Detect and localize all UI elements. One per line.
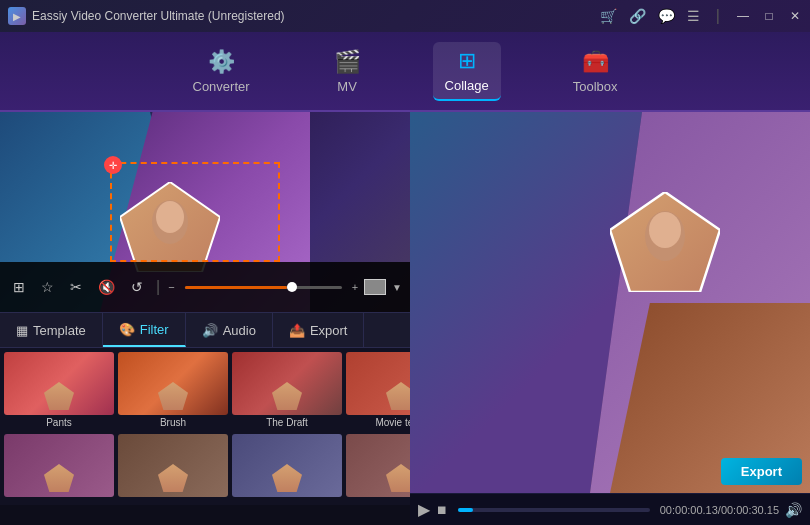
progress-track[interactable]: [458, 508, 650, 512]
svg-point-8: [649, 212, 681, 248]
collage-icon: ⊞: [458, 48, 476, 74]
toolbox-icon: 🧰: [582, 49, 609, 75]
link-icon[interactable]: 🔗: [629, 8, 646, 24]
tool-star[interactable]: ☆: [36, 276, 59, 298]
play-button[interactable]: ▶: [418, 500, 430, 519]
nav-converter-label: Converter: [193, 79, 250, 94]
dropdown-button[interactable]: ▼: [392, 282, 402, 293]
nav-bar: ⚙️ Converter 🎬 MV ⊞ Collage 🧰 Toolbox: [0, 32, 810, 112]
right-preview: Export: [410, 112, 810, 493]
filter-label-pants: Pants: [46, 417, 72, 428]
thumb-portrait: [272, 382, 302, 410]
filter-item-draft[interactable]: The Draft: [232, 352, 342, 430]
export-tab-icon: 📤: [289, 323, 305, 338]
progress-fill: [458, 508, 473, 512]
thumb-portrait: [44, 382, 74, 410]
slider-track: [185, 286, 342, 289]
right-portrait-pentagon: [610, 192, 720, 292]
close-button[interactable]: ✕: [788, 9, 802, 23]
bottom-tabs: ▦ Template 🎨 Filter 🔊 Audio 📤 Export: [0, 312, 410, 348]
filter-item-movieteller[interactable]: Movie teller: [346, 352, 410, 430]
volume-slider[interactable]: [185, 286, 342, 289]
chat-icon[interactable]: 💬: [658, 8, 675, 24]
filter-row-1: Pants Brush The Draft: [4, 352, 406, 430]
tool-mute[interactable]: 🔇: [93, 276, 120, 298]
filter-thumb-movieteller[interactable]: [346, 352, 410, 415]
color-swatch[interactable]: [364, 279, 386, 295]
tab-template-label: Template: [33, 323, 86, 338]
filter-label-brush: Brush: [160, 417, 186, 428]
filter-grid: Pants Brush The Draft: [0, 348, 410, 505]
tab-audio[interactable]: 🔊 Audio: [186, 313, 273, 347]
filter-thumb-r2b[interactable]: [118, 434, 228, 497]
filter-thumb-draft[interactable]: [232, 352, 342, 415]
title-controls: 🛒 🔗 💬 ☰ | — □ ✕: [600, 7, 802, 25]
filter-tab-icon: 🎨: [119, 322, 135, 337]
filter-row-2: [4, 434, 406, 497]
mv-icon: 🎬: [334, 49, 361, 75]
audio-tab-icon: 🔊: [202, 323, 218, 338]
export-button[interactable]: Export: [721, 458, 802, 485]
app-title: Eassiy Video Converter Ultimate (Unregis…: [32, 9, 285, 23]
filter-thumb-r2d[interactable]: [346, 434, 410, 497]
filter-thumb-brush[interactable]: [118, 352, 228, 415]
thumb-portrait: [158, 382, 188, 410]
tool-scissors[interactable]: ✂: [65, 276, 87, 298]
selection-box: ✛: [110, 162, 280, 262]
video-preview: ✛ ⊞ ☆ ✂ 🔇 ↺ | − + ▼: [0, 112, 410, 312]
tab-template[interactable]: ▦ Template: [0, 313, 103, 347]
thumb-portrait: [44, 464, 74, 492]
vol-minus[interactable]: −: [168, 281, 174, 293]
tab-audio-label: Audio: [223, 323, 256, 338]
menu-icon[interactable]: ☰: [687, 8, 700, 24]
separator: |: [156, 278, 160, 296]
filter-thumb-pants[interactable]: [4, 352, 114, 415]
tab-filter[interactable]: 🎨 Filter: [103, 313, 186, 347]
selection-handle[interactable]: ✛: [104, 156, 122, 174]
minimize-button[interactable]: —: [736, 9, 750, 23]
nav-toolbox-label: Toolbox: [573, 79, 618, 94]
tool-undo[interactable]: ↺: [126, 276, 148, 298]
app-icon: ▶: [8, 7, 26, 25]
tab-export[interactable]: 📤 Export: [273, 313, 365, 347]
cart-icon[interactable]: 🛒: [600, 8, 617, 24]
nav-collage[interactable]: ⊞ Collage: [433, 42, 501, 101]
slider-fill: [185, 286, 287, 289]
filter-item-r2b[interactable]: [118, 434, 228, 497]
filter-label-draft: The Draft: [266, 417, 308, 428]
time-display: 00:00:00.13/00:00:30.15: [660, 504, 779, 516]
template-tab-icon: ▦: [16, 323, 28, 338]
thumb-portrait: [272, 464, 302, 492]
maximize-button[interactable]: □: [762, 9, 776, 23]
filter-item-brush[interactable]: Brush: [118, 352, 228, 430]
right-panel: Export ▶ ⏹ 00:00:00.13/00:00:30.15 🔊: [410, 112, 810, 525]
converter-icon: ⚙️: [208, 49, 235, 75]
filter-item-r2c[interactable]: [232, 434, 342, 497]
slider-thumb: [287, 282, 297, 292]
filter-thumb-r2c[interactable]: [232, 434, 342, 497]
title-bar: ▶ Eassiy Video Converter Ultimate (Unreg…: [0, 0, 810, 32]
filter-item-r2a[interactable]: [4, 434, 114, 497]
stop-button[interactable]: ⏹: [436, 503, 448, 517]
filter-item-r2d[interactable]: [346, 434, 410, 497]
title-left: ▶ Eassiy Video Converter Ultimate (Unreg…: [8, 7, 285, 25]
nav-collage-label: Collage: [445, 78, 489, 93]
nav-converter[interactable]: ⚙️ Converter: [181, 43, 262, 100]
left-panel: ✛ ⊞ ☆ ✂ 🔇 ↺ | − + ▼: [0, 112, 410, 525]
volume-button[interactable]: 🔊: [785, 502, 802, 518]
filter-item-pants[interactable]: Pants: [4, 352, 114, 430]
thumb-portrait: [386, 464, 410, 492]
thumb-portrait: [386, 382, 410, 410]
filter-thumb-r2a[interactable]: [4, 434, 114, 497]
filter-label-movieteller: Movie teller: [375, 417, 410, 428]
nav-mv[interactable]: 🎬 MV: [322, 43, 373, 100]
vol-plus[interactable]: +: [352, 281, 358, 293]
nav-toolbox[interactable]: 🧰 Toolbox: [561, 43, 630, 100]
tab-export-label: Export: [310, 323, 348, 338]
toolbar-overlay: ⊞ ☆ ✂ 🔇 ↺ | − + ▼: [0, 262, 410, 312]
thumb-portrait: [158, 464, 188, 492]
right-controls: ▶ ⏹ 00:00:00.13/00:00:30.15 🔊: [410, 493, 810, 525]
tool-crop[interactable]: ⊞: [8, 276, 30, 298]
tab-filter-label: Filter: [140, 322, 169, 337]
main-content: ✛ ⊞ ☆ ✂ 🔇 ↺ | − + ▼: [0, 112, 810, 525]
